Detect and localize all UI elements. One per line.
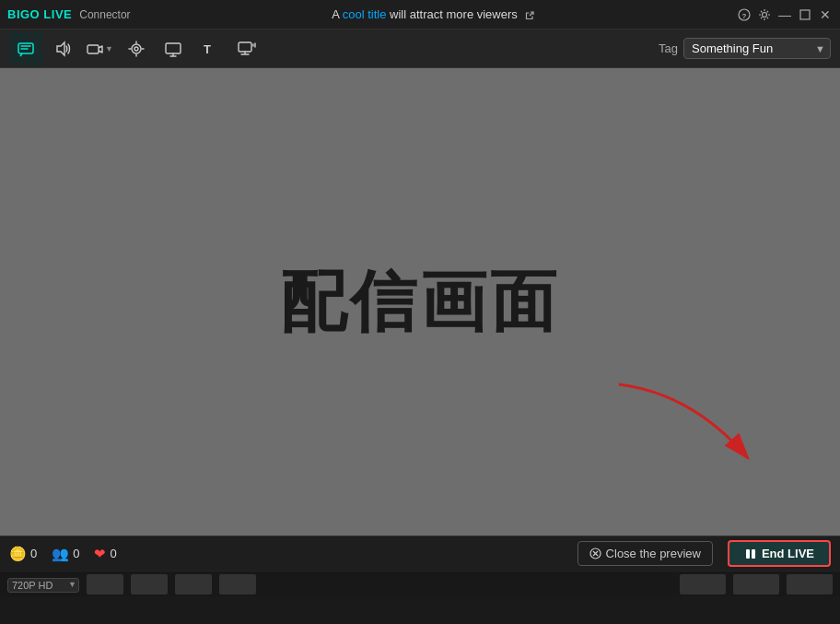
display-tool-button[interactable]	[230, 32, 263, 65]
app-name: BIGO LIVE	[7, 7, 72, 21]
svg-rect-6	[88, 45, 99, 53]
toolbar: ▼ T Tag Something Fu	[0, 29, 840, 68]
close-preview-label: Close the preview	[606, 547, 701, 560]
coin-icon: 🪙	[9, 546, 27, 562]
user-count: 0	[73, 547, 79, 560]
tag-container: Tag Something Fun Gaming Music Talk Life…	[659, 38, 831, 59]
svg-point-2	[763, 12, 767, 17]
close-preview-icon	[589, 547, 601, 559]
screen-tool-button[interactable]	[157, 32, 190, 65]
arrow-annotation	[582, 366, 766, 480]
svg-text:T: T	[204, 42, 211, 56]
svg-rect-9	[166, 43, 181, 53]
coin-count: 0	[30, 547, 37, 560]
camera-tool-button[interactable]	[120, 32, 153, 65]
chat-tool-button[interactable]	[9, 32, 42, 65]
heart-icon: ❤	[94, 546, 106, 562]
arrow-svg	[582, 366, 766, 477]
bottom-thumb-right-2	[733, 574, 779, 595]
heart-count: 0	[110, 547, 116, 560]
video-dropdown-arrow: ▼	[105, 44, 113, 53]
bottom-thumbnail-1	[87, 574, 123, 595]
external-link-icon	[524, 10, 535, 21]
bottom-thumb-right-1	[680, 574, 726, 595]
user-stat: 👥 0	[52, 546, 79, 562]
bottom-thumbnail-4	[219, 574, 256, 595]
window-title: A cool title will attract more viewers	[138, 7, 729, 21]
status-bar: 🪙 0 👥 0 ❤ 0 Close the preview End LIVE	[0, 536, 840, 571]
end-live-button[interactable]: End LIVE	[728, 540, 831, 567]
resolution-select[interactable]: 720P HD 1080P FHD 480P 360P	[7, 578, 79, 593]
preview-text: 配信画面	[280, 258, 560, 347]
video-tool-button[interactable]: ▼	[83, 32, 116, 65]
tag-select[interactable]: Something Fun Gaming Music Talk Lifestyl…	[683, 38, 831, 59]
close-preview-button[interactable]: Close the preview	[578, 541, 713, 566]
svg-marker-5	[57, 42, 64, 55]
svg-rect-15	[752, 549, 755, 559]
window-controls: ? — ✕	[737, 7, 833, 22]
text-tool-button[interactable]: T	[193, 32, 227, 65]
end-live-label: End LIVE	[762, 547, 814, 560]
svg-rect-3	[800, 10, 810, 19]
app-logo: BIGO LIVE Connector	[7, 7, 131, 21]
connector-label: Connector	[79, 8, 130, 21]
preview-area: 配信画面	[0, 68, 840, 536]
help-button[interactable]: ?	[737, 7, 752, 22]
svg-point-7	[132, 44, 141, 53]
svg-rect-14	[746, 549, 750, 559]
resolution-wrapper: 720P HD 1080P FHD 480P 360P ▼	[7, 576, 79, 593]
bottom-thumbnail-3	[175, 574, 212, 595]
tag-select-wrapper: Something Fun Gaming Music Talk Lifestyl…	[683, 38, 831, 59]
bottom-thumbnail-2	[131, 574, 168, 595]
bottom-bar: 720P HD 1080P FHD 480P 360P ▼	[0, 571, 840, 596]
svg-text:?: ?	[742, 12, 747, 20]
coin-stat: 🪙 0	[9, 546, 37, 562]
svg-rect-11	[239, 42, 251, 52]
bottom-thumb-right-3	[787, 574, 833, 595]
pause-icon	[744, 547, 757, 560]
tag-label: Tag	[659, 41, 678, 55]
minimize-button[interactable]: —	[777, 7, 792, 22]
svg-point-8	[134, 47, 138, 51]
close-window-button[interactable]: ✕	[818, 7, 833, 22]
user-icon: 👥	[52, 546, 69, 562]
title-bar: BIGO LIVE Connector A cool title will at…	[0, 0, 840, 29]
heart-stat: ❤ 0	[94, 546, 116, 562]
maximize-button[interactable]	[798, 7, 812, 22]
settings-button[interactable]	[757, 7, 772, 22]
audio-tool-button[interactable]	[46, 32, 79, 65]
